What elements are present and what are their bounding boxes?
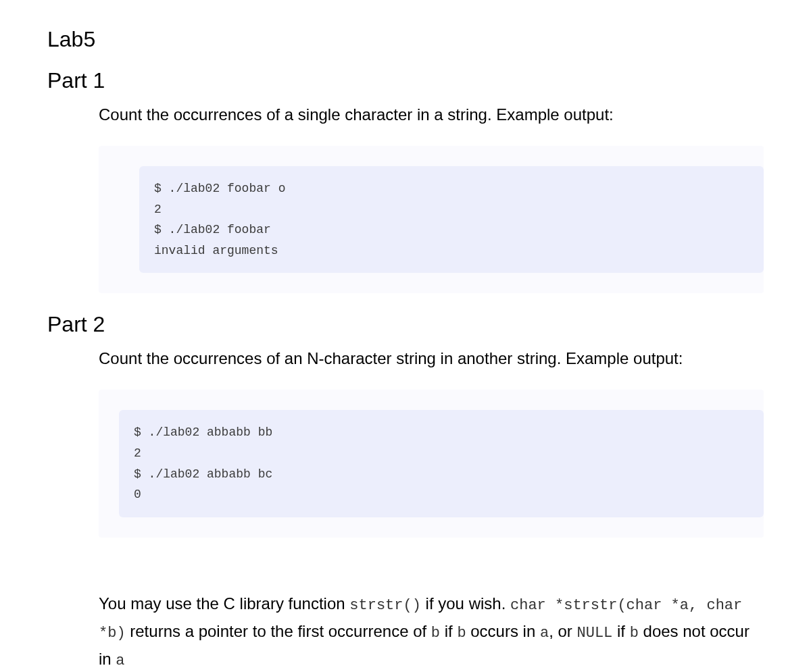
hint-mid5: , or — [549, 622, 576, 640]
hint-mid6: if — [612, 622, 629, 640]
hint-code-null: NULL — [577, 625, 613, 642]
part1-code: $ ./lab02 foobar o 2 $ ./lab02 foobar in… — [139, 166, 764, 273]
hint-code-b3: b — [630, 625, 639, 642]
hint-mid4: occurs in — [466, 622, 540, 640]
hint-code-strstr: strstr() — [349, 597, 421, 614]
hint-mid2: returns a pointer to the first occurrenc… — [126, 622, 431, 640]
part1-description: Count the occurrences of a single charac… — [99, 103, 764, 127]
hint-mid3: if — [440, 622, 457, 640]
hint-text: You may use the C library function strst… — [99, 590, 764, 672]
part1-code-wrapper: $ ./lab02 foobar o 2 $ ./lab02 foobar in… — [99, 146, 764, 293]
part2-code-wrapper: $ ./lab02 abbabb bb 2 $ ./lab02 abbabb b… — [99, 390, 764, 537]
hint-code-b1: b — [431, 625, 440, 642]
part2-code: $ ./lab02 abbabb bb 2 $ ./lab02 abbabb b… — [119, 410, 764, 517]
part2-heading: Part 2 — [47, 312, 764, 337]
part1-content: Count the occurrences of a single charac… — [47, 103, 764, 293]
hint-code-b2: b — [457, 625, 466, 642]
hint-mid1: if you wish. — [421, 594, 510, 613]
part1-heading: Part 1 — [47, 68, 764, 93]
part2-description: Count the occurrences of an N-character … — [99, 346, 764, 371]
hint-section: You may use the C library function strst… — [99, 578, 764, 672]
hint-code-a1: a — [540, 625, 549, 642]
hint-prefix: You may use the C library function — [99, 594, 349, 613]
part2-content: Count the occurrences of an N-character … — [47, 346, 764, 672]
hint-code-a2: a — [116, 652, 124, 669]
page-title: Lab5 — [47, 27, 764, 52]
